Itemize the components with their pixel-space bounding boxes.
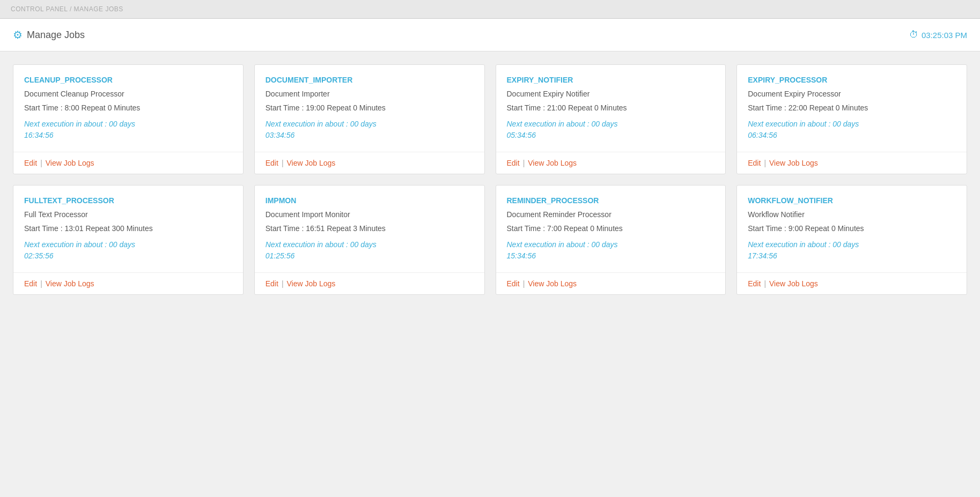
job-name: REMINDER_PROCESSOR: [507, 196, 715, 205]
job-description: Workflow Notifier: [748, 210, 956, 219]
job-starttime: Start Time : 9:00 Repeat 0 Minutes: [748, 224, 956, 233]
footer-divider: |: [282, 159, 284, 167]
gear-icon: ⚙: [13, 28, 23, 41]
job-name: EXPIRY_NOTIFIER: [507, 76, 715, 84]
jobs-grid: CLEANUP_PROCESSOR Document Cleanup Proce…: [13, 64, 967, 295]
job-card-body: IMPMON Document Import Monitor Start Tim…: [255, 186, 484, 272]
job-name: DOCUMENT_IMPORTER: [266, 76, 474, 84]
job-card-expiry_processor: EXPIRY_PROCESSOR Document Expiry Process…: [736, 64, 967, 174]
footer-divider: |: [764, 279, 766, 288]
topbar: CONTROL PANEL / MANAGE JOBS: [0, 0, 980, 19]
job-starttime: Start Time : 8:00 Repeat 0 Minutes: [24, 103, 232, 112]
edit-link[interactable]: Edit: [24, 159, 37, 167]
job-next-execution: Next execution in about : 00 days05:34:5…: [507, 118, 715, 141]
page-header: ⚙ Manage Jobs ⏱ 03:25:03 PM: [0, 19, 980, 51]
job-name: CLEANUP_PROCESSOR: [24, 76, 232, 84]
job-next-execution: Next execution in about : 00 days03:34:5…: [266, 118, 474, 141]
job-description: Document Expiry Processor: [748, 90, 956, 98]
job-card-body: CLEANUP_PROCESSOR Document Cleanup Proce…: [13, 65, 243, 152]
job-starttime: Start Time : 19:00 Repeat 0 Minutes: [266, 103, 474, 112]
footer-divider: |: [523, 279, 525, 288]
edit-link[interactable]: Edit: [748, 279, 761, 288]
main-content: CLEANUP_PROCESSOR Document Cleanup Proce…: [0, 51, 980, 308]
view-logs-link[interactable]: View Job Logs: [46, 159, 94, 167]
breadcrumb-separator: /: [70, 5, 74, 13]
job-card-impmon: IMPMON Document Import Monitor Start Tim…: [254, 185, 485, 295]
edit-link[interactable]: Edit: [748, 159, 761, 167]
job-card-body: EXPIRY_NOTIFIER Document Expiry Notifier…: [496, 65, 726, 152]
job-card-expiry_notifier: EXPIRY_NOTIFIER Document Expiry Notifier…: [496, 64, 726, 174]
job-starttime: Start Time : 7:00 Repeat 0 Minutes: [507, 224, 715, 233]
job-card-footer: Edit | View Job Logs: [13, 152, 243, 174]
job-card-body: DOCUMENT_IMPORTER Document Importer Star…: [255, 65, 484, 152]
job-next-execution: Next execution in about : 00 days02:35:5…: [24, 239, 232, 262]
job-next-execution: Next execution in about : 00 days17:34:5…: [748, 239, 956, 262]
job-card-reminder_processor: REMINDER_PROCESSOR Document Reminder Pro…: [496, 185, 726, 295]
job-card-body: REMINDER_PROCESSOR Document Reminder Pro…: [496, 186, 726, 272]
footer-divider: |: [282, 279, 284, 288]
page-title: ⚙ Manage Jobs: [13, 28, 85, 41]
view-logs-link[interactable]: View Job Logs: [46, 279, 94, 288]
job-card-workflow_notifier: WORKFLOW_NOTIFIER Workflow Notifier Star…: [736, 185, 967, 295]
job-next-execution: Next execution in about : 00 days01:25:5…: [266, 239, 474, 262]
edit-link[interactable]: Edit: [507, 279, 520, 288]
edit-link[interactable]: Edit: [507, 159, 520, 167]
view-logs-link[interactable]: View Job Logs: [769, 279, 818, 288]
edit-link[interactable]: Edit: [266, 279, 278, 288]
view-logs-link[interactable]: View Job Logs: [287, 159, 336, 167]
footer-divider: |: [40, 279, 42, 288]
job-next-execution: Next execution in about : 00 days16:34:5…: [24, 118, 232, 141]
job-description: Document Expiry Notifier: [507, 90, 715, 98]
job-starttime: Start Time : 22:00 Repeat 0 Minutes: [748, 103, 956, 112]
job-description: Document Importer: [266, 90, 474, 98]
job-card-body: WORKFLOW_NOTIFIER Workflow Notifier Star…: [737, 186, 967, 272]
job-name: IMPMON: [266, 196, 474, 205]
edit-link[interactable]: Edit: [266, 159, 278, 167]
job-name: WORKFLOW_NOTIFIER: [748, 196, 956, 205]
job-next-execution: Next execution in about : 00 days06:34:5…: [748, 118, 956, 141]
clock-area: ⏱ 03:25:03 PM: [909, 29, 967, 40]
job-card-cleanup_processor: CLEANUP_PROCESSOR Document Cleanup Proce…: [13, 64, 244, 174]
view-logs-link[interactable]: View Job Logs: [528, 159, 577, 167]
job-card-document_importer: DOCUMENT_IMPORTER Document Importer Star…: [254, 64, 485, 174]
job-next-execution: Next execution in about : 00 days15:34:5…: [507, 239, 715, 262]
breadcrumb-part1: CONTROL PANEL: [11, 5, 68, 13]
edit-link[interactable]: Edit: [24, 279, 37, 288]
job-card-body: FULLTEXT_PROCESSOR Full Text Processor S…: [13, 186, 243, 272]
job-starttime: Start Time : 13:01 Repeat 300 Minutes: [24, 224, 232, 233]
job-card-footer: Edit | View Job Logs: [13, 272, 243, 294]
job-starttime: Start Time : 21:00 Repeat 0 Minutes: [507, 103, 715, 112]
view-logs-link[interactable]: View Job Logs: [287, 279, 336, 288]
job-card-fulltext_processor: FULLTEXT_PROCESSOR Full Text Processor S…: [13, 185, 244, 295]
job-card-footer: Edit | View Job Logs: [737, 152, 967, 174]
footer-divider: |: [523, 159, 525, 167]
view-logs-link[interactable]: View Job Logs: [528, 279, 577, 288]
clock-icon: ⏱: [909, 29, 918, 40]
job-description: Document Reminder Processor: [507, 210, 715, 219]
breadcrumb-part2: MANAGE JOBS: [74, 5, 123, 13]
job-card-footer: Edit | View Job Logs: [737, 272, 967, 294]
job-starttime: Start Time : 16:51 Repeat 3 Minutes: [266, 224, 474, 233]
job-card-body: EXPIRY_PROCESSOR Document Expiry Process…: [737, 65, 967, 152]
current-time: 03:25:03 PM: [922, 31, 967, 40]
job-card-footer: Edit | View Job Logs: [496, 272, 726, 294]
breadcrumb: CONTROL PANEL / MANAGE JOBS: [11, 5, 969, 13]
job-card-footer: Edit | View Job Logs: [496, 152, 726, 174]
job-name: EXPIRY_PROCESSOR: [748, 76, 956, 84]
job-description: Document Cleanup Processor: [24, 90, 232, 98]
job-card-footer: Edit | View Job Logs: [255, 272, 484, 294]
job-card-footer: Edit | View Job Logs: [255, 152, 484, 174]
footer-divider: |: [764, 159, 766, 167]
footer-divider: |: [40, 159, 42, 167]
page-title-text: Manage Jobs: [27, 29, 85, 41]
job-name: FULLTEXT_PROCESSOR: [24, 196, 232, 205]
job-description: Document Import Monitor: [266, 210, 474, 219]
job-description: Full Text Processor: [24, 210, 232, 219]
view-logs-link[interactable]: View Job Logs: [769, 159, 818, 167]
